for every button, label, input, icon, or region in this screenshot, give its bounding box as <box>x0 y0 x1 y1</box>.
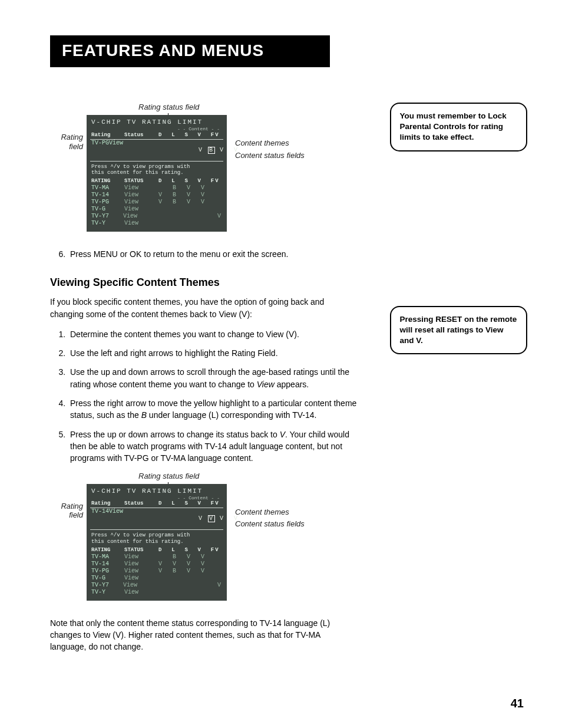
label-content-themes-2: Content themes <box>235 506 305 519</box>
table-cell: TV-Y7 <box>91 582 123 589</box>
step-list-continue: Press MENU or OK to return to the menu o… <box>59 248 358 260</box>
screen2-active-status: View <box>109 508 123 529</box>
table-cell: TV-14 <box>91 561 124 568</box>
screen1-highlight-cell: B <box>208 147 215 154</box>
table-cell: TV-Y <box>91 220 124 227</box>
screen2-hdr-status: Status <box>124 500 158 507</box>
screen2-hdr-flags: D L S V FV <box>158 500 222 507</box>
screen2-msg1: Press ^/v to view programs with <box>91 532 222 539</box>
screen2-active-pre: V <box>199 515 208 522</box>
table-cell: TV-PG <box>91 199 124 206</box>
table-cell: B V V <box>158 554 222 561</box>
screen2-thdr-rating: RATING <box>91 547 124 554</box>
step-1: Determine the content themes you want to… <box>68 328 358 340</box>
steps-list: Determine the content themes you want to… <box>59 328 358 465</box>
screen2-subhead: - - Content - - <box>91 495 222 501</box>
tv-screen-2: V-CHIP TV RATING LIMIT - - Content - - R… <box>87 484 227 601</box>
label-rating-field-2: Rating field <box>50 484 83 520</box>
screen2-hdr-rating: Rating <box>91 500 124 507</box>
table-cell: TV-Y <box>91 589 124 596</box>
screen1-active-post: V V <box>215 147 239 153</box>
table-cell: View <box>124 185 158 192</box>
table-cell: View <box>123 213 156 220</box>
table-cell: B V V <box>158 185 222 192</box>
section-heading: Viewing Specific Content Themes <box>50 276 358 289</box>
screen1-thdr-status: STATUS <box>124 178 158 185</box>
screen1-active-pre: V <box>199 147 208 153</box>
table-cell <box>158 220 222 227</box>
page-title-bar: Features and Menus <box>50 35 330 67</box>
table-cell: TV-14 <box>91 192 124 199</box>
table-cell: TV-G <box>91 575 124 582</box>
figure-2: Rating status field Rating field V-CHIP … <box>50 472 358 601</box>
screen1-active-status: View <box>109 140 123 161</box>
table-cell: View <box>124 568 158 575</box>
table-cell: V V V V <box>158 561 222 568</box>
screen1-hdr-status: Status <box>124 132 158 139</box>
table-cell: V B V V <box>158 199 222 206</box>
intro-paragraph: If you block specific content themes, yo… <box>50 296 358 320</box>
step-6: Press MENU or OK to return to the menu o… <box>68 248 358 260</box>
screen2-thdr-flags: D L S V FV <box>158 547 222 554</box>
screen1-subhead: - - Content - - <box>91 126 222 132</box>
screen1-hdr-flags: D L S V FV <box>158 132 222 139</box>
sidebar-column: You must remember to Lock Parental Contr… <box>390 103 527 661</box>
table-cell <box>158 575 222 582</box>
table-cell: View <box>124 199 158 206</box>
label-rating-field: Rating field <box>50 115 83 151</box>
screen2-title: V-CHIP TV RATING LIMIT <box>91 487 222 495</box>
step-5: Press the up or down arrows to change it… <box>68 429 358 465</box>
table-cell <box>158 206 222 213</box>
step-3: Use the up and down arrows to scroll thr… <box>68 366 358 390</box>
tv-screen-1: V-CHIP TV RATING LIMIT - - Content - - R… <box>87 115 227 232</box>
screen1-title: V-CHIP TV RATING LIMIT <box>91 118 222 126</box>
screen1-msg2: this content for this rating. <box>91 170 222 176</box>
screen2-active-post: V V <box>215 515 239 522</box>
table-cell: View <box>124 220 158 227</box>
screen1-thdr-rating: RATING <box>91 178 124 185</box>
table-cell: View <box>124 192 158 199</box>
table-cell: TV-G <box>91 206 124 213</box>
table-cell: View <box>123 582 156 589</box>
table-cell: TV-MA <box>91 185 124 192</box>
screen1-hdr-rating: Rating <box>91 132 124 139</box>
figure-1: Rating status field Rating field V-CHIP … <box>50 103 358 232</box>
screen1-thdr-flags: D L S V FV <box>158 178 222 185</box>
table-cell: View <box>124 589 158 596</box>
label-content-status-fields: Content status fields <box>235 150 305 162</box>
label-rating-status-field-2: Rating status field <box>138 472 358 480</box>
label-rating-status-field: Rating status field <box>138 103 358 111</box>
table-cell: TV-MA <box>91 554 124 561</box>
screen1-msg1: Press ^/v to view programs with <box>91 164 222 170</box>
screen2-active-rating: TV-14 <box>91 508 109 529</box>
screen2-thdr-status: STATUS <box>124 547 158 554</box>
step-4: Press the right arrow to move the yellow… <box>68 397 358 421</box>
table-cell: View <box>124 561 158 568</box>
closing-paragraph: Note that only the content theme status … <box>50 617 358 653</box>
screen2-highlight-cell: V <box>208 515 215 522</box>
sidebar-note-2: Pressing RESET on the remote will reset … <box>390 306 527 355</box>
table-cell: TV-PG <box>91 568 124 575</box>
sidebar-note-1: You must remember to Lock Parental Contr… <box>390 103 527 151</box>
table-cell: V <box>156 213 222 220</box>
table-cell: V B V V <box>158 192 222 199</box>
table-cell: View <box>124 206 158 213</box>
table-cell <box>158 589 222 596</box>
main-column: Rating status field Rating field V-CHIP … <box>50 103 358 661</box>
table-cell: View <box>124 554 158 561</box>
label-content-status-fields-2: Content status fields <box>235 518 305 531</box>
table-cell: TV-Y7 <box>91 213 123 220</box>
page-number: 41 <box>511 697 524 710</box>
table-cell: V B V V <box>158 568 222 575</box>
table-cell: View <box>124 575 158 582</box>
screen1-active-rating: TV-PG <box>91 140 109 161</box>
step-2: Use the left and right arrows to highlig… <box>68 347 358 359</box>
table-cell: V <box>156 582 222 589</box>
label-content-themes: Content themes <box>235 137 305 150</box>
screen2-msg2: this content for this rating. <box>91 539 222 545</box>
